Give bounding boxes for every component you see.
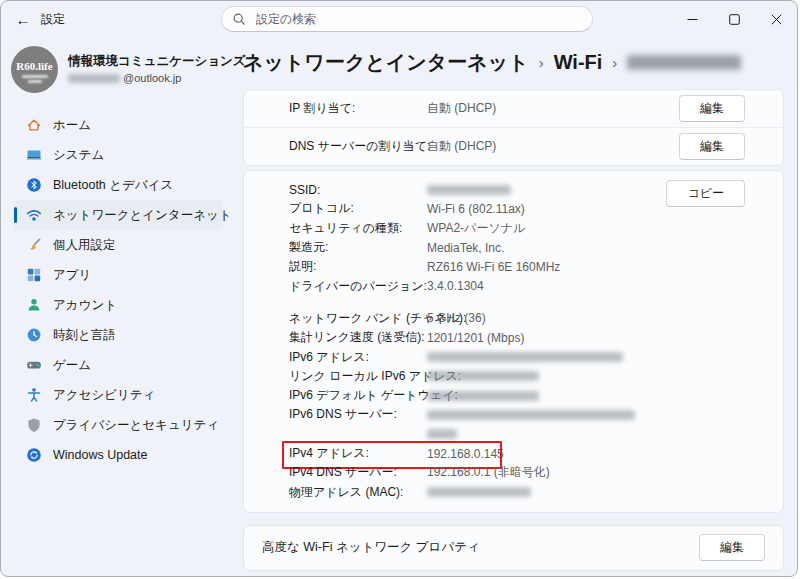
advanced-properties-card: 高度な Wi-Fi ネットワーク プロパティ 編集 (243, 525, 784, 571)
network-icon (26, 207, 42, 223)
sidebar-item-11[interactable]: Windows Update (14, 440, 223, 470)
property-value: RZ616 Wi-Fi 6E 160MHz (427, 260, 560, 274)
edit-button[interactable]: 編集 (679, 133, 745, 160)
property-row: プロトコル:Wi-Fi 6 (802.11ax) (289, 199, 743, 218)
property-row: IPv6 デフォルト ゲートウェイ: (289, 386, 743, 405)
property-row: 製造元:MediaTek, Inc. (289, 238, 743, 257)
close-button[interactable] (755, 1, 797, 37)
sidebar-item-label: アプリ (53, 267, 91, 284)
property-label: 製造元: (289, 239, 427, 256)
titlebar: ← 設定 (1, 1, 797, 37)
sidebar-item-9[interactable]: アクセシビリティ (14, 380, 223, 410)
property-label: リンク ローカル IPv6 アドレス: (289, 368, 427, 385)
property-row: SSID: (289, 180, 743, 199)
sidebar-item-7[interactable]: 時刻と言語 (14, 320, 223, 350)
sidebar-item-6[interactable]: アカウント (14, 290, 223, 320)
property-group: ネットワーク バンド (チャネル):5 GHz (36)集計リンク速度 (送受信… (289, 309, 743, 502)
property-row: 説明:RZ616 Wi-Fi 6E 160MHz (289, 257, 743, 276)
sidebar-item-label: アクセシビリティ (53, 387, 155, 404)
property-label: IPv6 デフォルト ゲートウェイ: (289, 387, 427, 404)
sidebar-item-4[interactable]: 個人用設定 (14, 230, 223, 260)
sidebar-item-label: Windows Update (53, 448, 148, 462)
sidebar-item-3[interactable]: ネットワークとインターネット (14, 200, 223, 230)
sidebar: R60.life 情報環境コミュニケーションズ @outlook.jp ホームシ… (1, 37, 231, 576)
windows-update-icon (26, 447, 42, 463)
redacted-value-blur (427, 410, 635, 420)
property-label: セキュリティの種類: (289, 220, 427, 237)
property-label: プロトコル: (289, 200, 427, 217)
ip-assignment-card: IP 割り当て:自動 (DHCP)編集DNS サーバーの割り当て:自動 (DHC… (243, 89, 784, 166)
minimize-button[interactable] (671, 1, 713, 37)
property-row: 集計リンク速度 (送受信):1201/1201 (Mbps) (289, 328, 743, 347)
property-row: IPv6 アドレス: (289, 347, 743, 366)
window-title: 設定 (41, 11, 65, 28)
gaming-icon (26, 357, 42, 373)
search-input[interactable] (254, 11, 582, 27)
advanced-edit-button[interactable]: 編集 (699, 534, 765, 561)
personalization-icon (26, 237, 42, 253)
privacy-icon (26, 417, 42, 433)
accessibility-icon (26, 387, 42, 403)
sidebar-item-0[interactable]: ホーム (14, 110, 223, 140)
sidebar-item-5[interactable]: アプリ (14, 260, 223, 290)
redacted-value-blur (427, 185, 511, 195)
property-value: MediaTek, Inc. (427, 241, 504, 255)
advanced-properties-label: 高度な Wi-Fi ネットワーク プロパティ (262, 539, 480, 556)
sidebar-nav: ホームシステムBluetooth とデバイスネットワークとインターネット個人用設… (1, 110, 231, 470)
minimize-icon (687, 14, 698, 25)
property-label: IPv4 DNS サーバー: (289, 464, 427, 481)
property-value: 3.4.0.1304 (427, 279, 484, 293)
sidebar-item-label: ホーム (53, 117, 91, 134)
redacted-value-blur (427, 487, 531, 497)
property-row: ネットワーク バンド (チャネル):5 GHz (36) (289, 309, 743, 328)
property-label: SSID: (289, 183, 427, 197)
property-value: 1201/1201 (Mbps) (427, 331, 524, 345)
property-row: リンク ローカル IPv6 アドレス: (289, 367, 743, 386)
bluetooth-icon (26, 177, 42, 193)
property-row: IPv4 DNS サーバー:192.168.0.1 (非暗号化) (289, 463, 743, 482)
sidebar-item-2[interactable]: Bluetooth とデバイス (14, 170, 223, 200)
breadcrumb-network[interactable]: ネットワークとインターネット (243, 49, 529, 76)
sidebar-item-label: プライバシーとセキュリティ (53, 417, 219, 434)
redacted-value-blur (427, 371, 539, 381)
property-value: 192.168.0.145 (427, 447, 504, 461)
time-language-icon (26, 327, 42, 343)
breadcrumb-separator: › (612, 54, 617, 71)
property-row: IPv6 DNS サーバー: (289, 405, 743, 424)
breadcrumb-wifi[interactable]: Wi-Fi (554, 51, 603, 74)
property-value: Wi-Fi 6 (802.11ax) (427, 202, 525, 216)
edit-button[interactable]: 編集 (679, 95, 745, 122)
property-label: ドライバーのバージョン: (289, 278, 427, 295)
sidebar-item-8[interactable]: ゲーム (14, 350, 223, 380)
property-label: 集計リンク速度 (送受信): (289, 329, 427, 346)
maximize-icon (729, 14, 740, 25)
property-row: セキュリティの種類:WPA2-パーソナル (289, 219, 743, 238)
sidebar-item-label: 時刻と言語 (53, 327, 116, 344)
property-group: SSID:プロトコル:Wi-Fi 6 (802.11ax)セキュリティの種類:W… (289, 180, 743, 296)
avatar: R60.life (11, 46, 58, 93)
setting-row: DNS サーバーの割り当て:自動 (DHCP)編集 (244, 127, 783, 165)
email-prefix-blur (68, 74, 120, 83)
property-row: ドライバーのバージョン:3.4.0.1304 (289, 276, 743, 295)
email-suffix: @outlook.jp (123, 72, 181, 84)
close-icon (771, 14, 782, 25)
sidebar-item-label: 個人用設定 (53, 237, 116, 254)
accounts-icon (26, 297, 42, 313)
property-row: 物理アドレス (MAC): (289, 482, 743, 501)
settings-search-box[interactable] (221, 6, 593, 32)
back-icon: ← (16, 11, 31, 28)
property-label: IPv4 アドレス: (289, 445, 427, 462)
back-button[interactable]: ← (9, 5, 37, 33)
home-icon (26, 117, 42, 133)
main-content: ネットワークとインターネット › Wi-Fi › IP 割り当て:自動 (DHC… (231, 37, 797, 576)
sidebar-item-label: Bluetooth とデバイス (53, 177, 173, 194)
avatar-subtext-blur (22, 75, 48, 78)
sidebar-item-label: ゲーム (53, 357, 91, 374)
property-label: 物理アドレス (MAC): (289, 484, 427, 501)
property-label: IPv6 アドレス: (289, 349, 427, 366)
property-label: 説明: (289, 258, 427, 275)
maximize-button[interactable] (713, 1, 755, 37)
sidebar-item-1[interactable]: システム (14, 140, 223, 170)
breadcrumb: ネットワークとインターネット › Wi-Fi › (243, 49, 784, 76)
sidebar-item-10[interactable]: プライバシーとセキュリティ (14, 410, 223, 440)
